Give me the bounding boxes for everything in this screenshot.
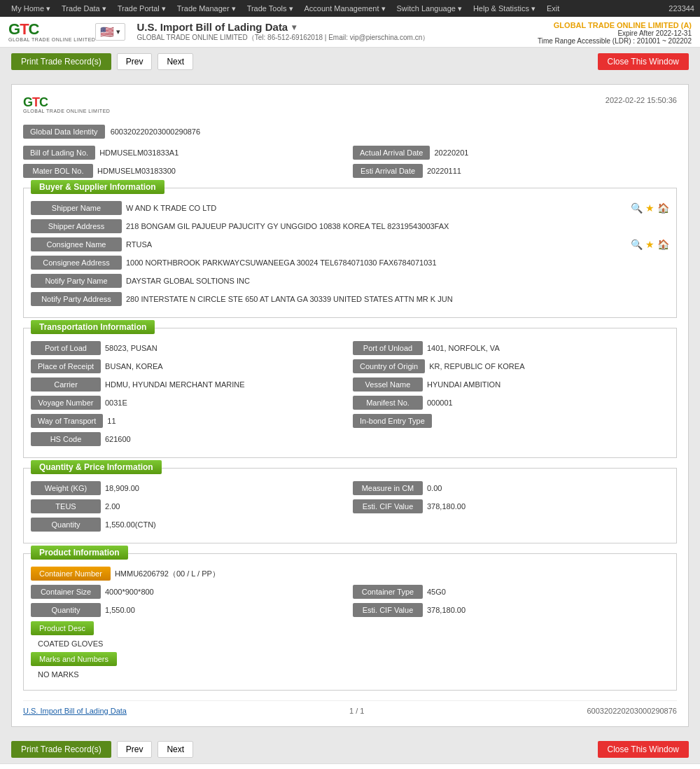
top-action-bar: Print Trade Record(s) Prev Next Close Th… xyxy=(0,48,700,76)
shipper-name-value: W AND K TRADE CO LTD xyxy=(126,204,216,212)
container-type-pair: Container Type 45G0 xyxy=(353,585,669,599)
esti-cif-pair: Esti. CIF Value 378,180.00 xyxy=(353,499,669,513)
vessel-name-pair: Vessel Name HYUNDAI AMBITION xyxy=(353,377,669,392)
consignee-search-icon[interactable]: 🔍 xyxy=(631,239,643,250)
page-header: GTC GLOBAL TRADE ONLINE LIMITED 🇺🇸 ▾ U.S… xyxy=(0,17,700,48)
quantity-label: Quantity xyxy=(31,518,101,532)
next-button-top[interactable]: Next xyxy=(158,53,193,70)
esti-cif-value: 378,180.00 xyxy=(427,502,669,511)
nav-help-statistics[interactable]: Help & Statistics ▾ xyxy=(468,4,541,13)
doc-logo: GTC GLOBAL TRADE ONLINE LIMITED xyxy=(23,96,110,113)
nav-trade-manager[interactable]: Trade Manager ▾ xyxy=(172,4,241,13)
shipper-search-icon[interactable]: 🔍 xyxy=(631,202,643,214)
global-data-identity-label: Global Data Identity xyxy=(23,125,105,139)
nav-exit[interactable]: Exit xyxy=(541,4,565,13)
country-of-origin-label: Country of Origin xyxy=(353,359,425,373)
marks-value: NO MARKS xyxy=(31,670,79,679)
consignee-star-icon[interactable]: ★ xyxy=(645,239,654,250)
product-desc-row: Product Desc xyxy=(31,621,669,635)
port-of-load-value: 58023, PUSAN xyxy=(105,344,347,352)
close-button-bottom[interactable]: Close This Window xyxy=(598,741,689,758)
company-contact: GLOBAL TRADE ONLINE LIMITED（Tel: 86-512-… xyxy=(136,33,429,43)
product-desc-button[interactable]: Product Desc xyxy=(31,621,94,635)
hs-code-row: HS Code 621600 xyxy=(31,432,669,446)
doc-footer-link[interactable]: U.S. Import Bill of Lading Data xyxy=(23,707,127,715)
top-nav: My Home ▾ Trade Data ▾ Trade Portal ▾ Tr… xyxy=(0,0,700,17)
marks-button[interactable]: Marks and Numbers xyxy=(31,652,117,666)
language-flag-button[interactable]: 🇺🇸 ▾ xyxy=(95,23,125,41)
notify-party-address-row: Notify Party Address 280 INTERSTATE N CI… xyxy=(31,292,669,306)
shipper-address-label: Shipper Address xyxy=(31,219,122,233)
country-of-origin-pair: Country of Origin KR, REPUBLIC OF KOREA xyxy=(353,359,669,373)
global-identity-row: Global Data Identity 6003202202030002908… xyxy=(23,125,677,139)
container-number-value: HMMU6206792（00 / L / PP） xyxy=(115,569,669,579)
doc-timestamp: 2022-02-22 15:50:36 xyxy=(606,96,677,104)
consignee-name-label: Consignee Name xyxy=(31,237,122,251)
measure-value: 0.00 xyxy=(427,484,669,492)
way-of-transport-value: 11 xyxy=(107,417,347,425)
port-of-unload-label: Port of Unload xyxy=(353,341,423,355)
product-quantity-label: Quantity xyxy=(31,603,101,617)
print-button-top[interactable]: Print Trade Record(s) xyxy=(11,53,111,70)
global-data-identity-value: 600320220203000290876 xyxy=(111,127,677,136)
nav-switch-language[interactable]: Switch Language ▾ xyxy=(391,4,468,13)
esti-arrival-value: 20220111 xyxy=(427,167,677,175)
page-footer: Company Website | Global Customs Data | … xyxy=(0,763,700,769)
next-button-bottom[interactable]: Next xyxy=(158,741,193,758)
nav-trade-portal[interactable]: Trade Portal ▾ xyxy=(112,4,172,13)
port-of-load-label: Port of Load xyxy=(31,341,101,355)
transportation-title: Transportation Information xyxy=(31,320,155,334)
place-of-receipt-value: BUSAN, KOREA xyxy=(105,362,347,370)
shipper-name-row: Shipper Name W AND K TRADE CO LTD 🔍 ★ 🏠 xyxy=(31,201,669,215)
shipper-star-icon[interactable]: ★ xyxy=(645,202,654,214)
bol-label: Bill of Lading No. xyxy=(23,146,95,160)
notify-party-name-label: Notify Party Name xyxy=(31,274,122,288)
consignee-name-row: Consignee Name RTUSA 🔍 ★ 🏠 xyxy=(31,237,669,251)
actual-arrival-label: Actual Arrival Date xyxy=(353,146,430,160)
voyage-number-value: 0031E xyxy=(105,399,347,407)
shipper-home-icon[interactable]: 🏠 xyxy=(657,202,669,214)
container-type-label: Container Type xyxy=(353,585,423,599)
nav-my-home[interactable]: My Home ▾ xyxy=(6,4,56,13)
close-button-top[interactable]: Close This Window xyxy=(598,53,689,70)
prev-button-bottom[interactable]: Prev xyxy=(117,741,153,758)
product-title: Product Information xyxy=(31,546,128,560)
manifest-no-label: Manifest No. xyxy=(353,396,423,410)
vessel-name-label: Vessel Name xyxy=(353,377,423,392)
consignee-address-row: Consignee Address 1000 NORTHBROOK PARKWA… xyxy=(31,256,669,270)
actual-arrival-value: 20220201 xyxy=(434,148,677,157)
nav-account-management[interactable]: Account Management ▾ xyxy=(299,4,391,13)
buyer-supplier-body: Shipper Name W AND K TRADE CO LTD 🔍 ★ 🏠 … xyxy=(24,188,676,317)
consignee-name-icons: 🔍 ★ 🏠 xyxy=(631,239,669,250)
document-card: GTC GLOBAL TRADE ONLINE LIMITED 2022-02-… xyxy=(11,84,689,727)
port-of-unload-value: 1401, NORFOLK, VA xyxy=(427,344,669,352)
teus-value: 2.00 xyxy=(105,502,347,511)
nav-trade-tools[interactable]: Trade Tools ▾ xyxy=(241,4,299,13)
actual-arrival-pair: Actual Arrival Date 20220201 xyxy=(353,146,677,160)
company-logo: GTC GLOBAL TRADE ONLINE LIMITED xyxy=(8,22,95,42)
quantity-value: 1,550.00(CTN) xyxy=(105,520,156,529)
mater-bol-value: HDMUSELM03183300 xyxy=(97,167,347,175)
consignee-home-icon[interactable]: 🏠 xyxy=(657,239,669,250)
notify-party-name-value: DAYSTAR GLOBAL SOLTIONS INC xyxy=(126,277,250,285)
weight-pair: Weight (KG) 18,909.00 xyxy=(31,481,347,495)
account-id: 223344 xyxy=(668,4,694,13)
product-quantity-pair: Quantity 1,550.00 xyxy=(31,603,347,617)
logo-area: GTC GLOBAL TRADE ONLINE LIMITED xyxy=(8,22,95,42)
notify-party-address-value: 280 INTERSTATE N CIRCLE STE 650 AT LANTA… xyxy=(126,295,453,303)
port-of-unload-pair: Port of Unload 1401, NORFOLK, VA xyxy=(353,341,669,355)
prev-button-top[interactable]: Prev xyxy=(117,53,153,70)
shipper-name-label: Shipper Name xyxy=(31,201,122,215)
consignee-address-value: 1000 NORTHBROOK PARKWAYCSUWANEEGA 30024 … xyxy=(126,258,437,267)
voyage-number-label: Voyage Number xyxy=(31,396,101,410)
nav-trade-data[interactable]: Trade Data ▾ xyxy=(56,4,112,13)
shipper-name-icons: 🔍 ★ 🏠 xyxy=(631,202,669,214)
hs-code-value: 621600 xyxy=(105,435,131,443)
product-desc-value-row: COATED GLOVES xyxy=(31,639,669,648)
esti-cif-label: Esti. CIF Value xyxy=(353,499,423,513)
doc-footer: U.S. Import Bill of Lading Data 1 / 1 60… xyxy=(23,700,677,715)
weight-label: Weight (KG) xyxy=(31,481,101,495)
container-number-button[interactable]: Container Number xyxy=(31,567,111,581)
bill-of-lading-pair: Bill of Lading No. HDMUSELM031833A1 xyxy=(23,146,347,160)
print-button-bottom[interactable]: Print Trade Record(s) xyxy=(11,741,111,758)
